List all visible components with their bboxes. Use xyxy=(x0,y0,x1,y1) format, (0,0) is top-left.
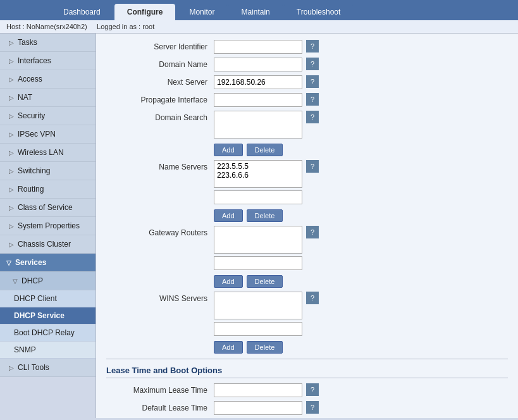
sidebar-item-dhcp-group[interactable]: ▽ DHCP xyxy=(0,272,96,290)
gateway-routers-delete-button[interactable]: Delete xyxy=(247,275,283,288)
domain-search-input[interactable] xyxy=(214,111,302,139)
domain-search-row: Domain Search ? Add Delete xyxy=(106,111,508,156)
sidebar-item-wireless-lan[interactable]: ▷ Wireless LAN xyxy=(0,144,96,162)
sidebar-label-access: Access xyxy=(18,75,42,83)
next-server-label: Next Server xyxy=(106,75,214,87)
wins-servers-input[interactable] xyxy=(214,292,302,319)
wins-servers-help-button[interactable]: ? xyxy=(306,292,319,304)
max-lease-time-help-button[interactable]: ? xyxy=(306,383,319,396)
sidebar-item-nat[interactable]: ▷ NAT xyxy=(0,89,96,107)
sidebar-item-snmp[interactable]: SNMP xyxy=(0,342,96,359)
gateway-routers-add-input[interactable] xyxy=(214,256,302,270)
sidebar-services-sub: ▽ DHCP DHCP Client DHCP Service Boot DHC… xyxy=(0,272,96,359)
gateway-routers-label: Gateway Routers xyxy=(106,226,214,237)
lease-section-header: Lease Time and Boot Options xyxy=(106,366,508,378)
name-servers-help-button[interactable]: ? xyxy=(306,160,319,173)
server-identifier-input[interactable] xyxy=(214,40,302,54)
tab-troubleshoot[interactable]: Troubleshoot xyxy=(284,4,354,20)
gateway-routers-buttons: Add Delete xyxy=(214,275,319,288)
name-servers-delete-button[interactable]: Delete xyxy=(247,209,283,222)
sidebar-label-cos: Class of Service xyxy=(18,203,73,212)
sidebar-item-boot-dhcp-relay[interactable]: Boot DHCP Relay xyxy=(0,324,96,342)
max-lease-time-row: Maximum Lease Time ? xyxy=(106,383,508,397)
routing-arrow-icon: ▷ xyxy=(9,186,14,193)
default-lease-time-help-button[interactable]: ? xyxy=(306,401,319,414)
domain-name-field: ? xyxy=(214,58,319,71)
sidebar-item-services[interactable]: ▽ Services xyxy=(0,254,96,272)
tab-maintain[interactable]: Maintain xyxy=(228,4,282,20)
sidebar-label-routing: Routing xyxy=(18,185,44,194)
propagate-interface-input[interactable] xyxy=(214,93,302,107)
wins-servers-add-input[interactable] xyxy=(214,322,302,336)
sidebar-label-switching: Switching xyxy=(18,166,50,175)
name-server-2: 223.6.6.6 xyxy=(217,171,299,180)
sidebar-label-ipsec: IPSec VPN xyxy=(18,130,56,139)
gateway-routers-add-button[interactable]: Add xyxy=(214,275,243,288)
main-content: Server Identifier ? Domain Name ? Next S… xyxy=(96,34,518,418)
cli-arrow-icon: ▷ xyxy=(9,364,14,371)
sidebar-label-dhcp: DHCP xyxy=(22,276,43,285)
name-servers-label: Name Servers xyxy=(106,160,214,171)
gateway-routers-help-button[interactable]: ? xyxy=(306,226,319,238)
max-lease-time-label: Maximum Lease Time xyxy=(106,383,214,395)
sidebar-label-tasks: Tasks xyxy=(18,38,37,47)
sidebar-item-tasks[interactable]: ▷ Tasks xyxy=(0,34,96,52)
gateway-routers-input[interactable] xyxy=(214,226,302,254)
sidebar-item-switching[interactable]: ▷ Switching xyxy=(0,162,96,180)
sidebar-item-access[interactable]: ▷ Access xyxy=(0,70,96,89)
domain-search-add-button[interactable]: Add xyxy=(214,144,243,156)
name-server-1: 223.5.5.5 xyxy=(217,162,299,171)
name-servers-add-button[interactable]: Add xyxy=(214,209,243,222)
wins-servers-buttons: Add Delete xyxy=(214,341,319,354)
name-servers-buttons: Add Delete xyxy=(214,209,319,222)
sidebar-item-chassis-cluster[interactable]: ▷ Chassis Cluster xyxy=(0,235,96,254)
host-bar: Host : NoName(srx240h2) Logged in as : r… xyxy=(0,20,518,34)
access-arrow-icon: ▷ xyxy=(9,76,14,83)
name-servers-add-input[interactable] xyxy=(214,190,302,204)
sidebar-label-cli-tools: CLI Tools xyxy=(18,363,49,372)
top-navigation: Dashboard Configure Monitor Maintain Tro… xyxy=(0,0,518,20)
default-lease-time-input[interactable] xyxy=(214,401,302,415)
domain-search-delete-button[interactable]: Delete xyxy=(247,144,283,156)
server-identifier-help-button[interactable]: ? xyxy=(306,40,319,52)
domain-search-help-button[interactable]: ? xyxy=(306,111,319,123)
gateway-routers-row: Gateway Routers ? Add Delete xyxy=(106,226,508,288)
tab-configure[interactable]: Configure xyxy=(114,4,176,20)
wins-servers-row: WINS Servers ? Add Delete xyxy=(106,292,508,354)
max-lease-time-input[interactable] xyxy=(214,383,302,397)
name-servers-field: 223.5.5.5 223.6.6.6 ? Add Delete xyxy=(214,160,319,222)
domain-name-help-button[interactable]: ? xyxy=(306,58,319,70)
sidebar-item-dhcp-client[interactable]: DHCP Client xyxy=(0,290,96,307)
domain-name-label: Domain Name xyxy=(106,58,214,69)
sidebar-item-cli-tools[interactable]: ▷ CLI Tools xyxy=(0,359,96,377)
logged-in-label: Logged in as : root xyxy=(97,23,154,30)
next-server-help-button[interactable]: ? xyxy=(306,75,319,88)
sidebar-item-cos[interactable]: ▷ Class of Service xyxy=(0,199,96,217)
tab-dashboard[interactable]: Dashboard xyxy=(51,4,113,20)
next-server-field: ? xyxy=(214,75,319,89)
sidebar-item-security[interactable]: ▷ Security xyxy=(0,107,96,125)
sidebar-label-wireless: Wireless LAN xyxy=(18,148,64,157)
dhcp-children: DHCP Client DHCP Service Boot DHCP Relay xyxy=(0,290,96,342)
sidebar-item-dhcp-service[interactable]: DHCP Service xyxy=(0,307,96,324)
server-identifier-label: Server Identifier xyxy=(106,40,214,51)
next-server-input[interactable] xyxy=(214,75,302,89)
sidebar-item-ipsec-vpn[interactable]: ▷ IPSec VPN xyxy=(0,125,96,144)
sidebar-item-interfaces[interactable]: ▷ Interfaces xyxy=(0,52,96,70)
domain-name-input[interactable] xyxy=(214,58,302,71)
sidebar-item-routing[interactable]: ▷ Routing xyxy=(0,180,96,199)
wins-servers-add-button[interactable]: Add xyxy=(214,341,243,354)
name-servers-row: Name Servers 223.5.5.5 223.6.6.6 ? Add xyxy=(106,160,508,222)
wins-servers-field: ? Add Delete xyxy=(214,292,319,354)
propagate-interface-help-button[interactable]: ? xyxy=(306,93,319,106)
sidebar-item-system-properties[interactable]: ▷ System Properties xyxy=(0,217,96,235)
wins-servers-delete-button[interactable]: Delete xyxy=(247,341,283,354)
next-server-row: Next Server ? xyxy=(106,75,508,89)
tab-monitor[interactable]: Monitor xyxy=(176,4,227,20)
default-lease-time-row: Default Lease Time ? xyxy=(106,401,508,415)
sidebar-label-sysprop: System Properties xyxy=(18,221,80,230)
name-servers-display: 223.5.5.5 223.6.6.6 xyxy=(214,160,302,188)
server-identifier-field: ? xyxy=(214,40,319,54)
propagate-interface-row: Propagate Interface ? xyxy=(106,93,508,107)
nat-arrow-icon: ▷ xyxy=(9,94,14,101)
